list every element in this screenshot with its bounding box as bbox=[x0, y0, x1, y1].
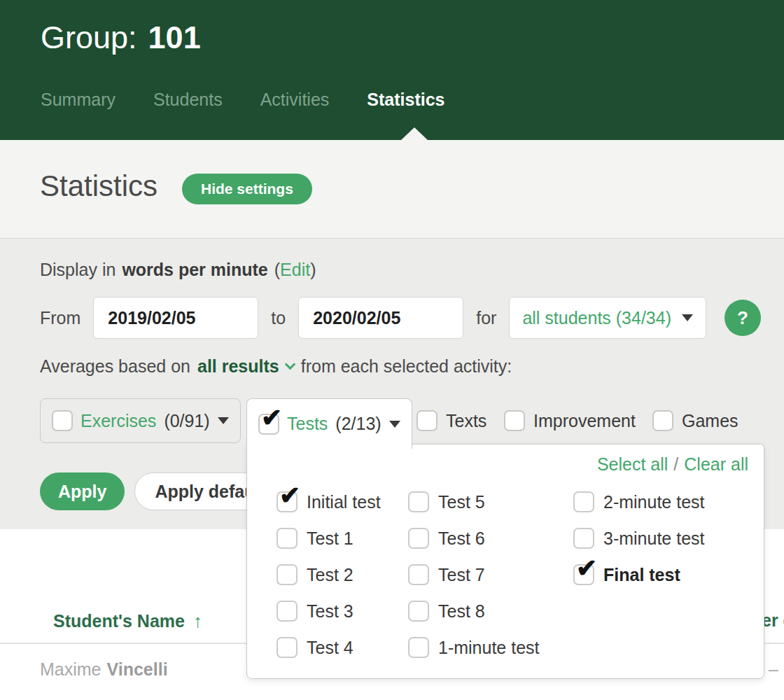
texts-label: Texts bbox=[446, 411, 486, 431]
test-7-checkbox[interactable] bbox=[408, 564, 429, 585]
test-6-checkbox[interactable] bbox=[408, 528, 429, 549]
test-option-initial-test[interactable]: ✔ Initial test bbox=[276, 484, 381, 520]
display-unit-value: words per minute bbox=[122, 260, 267, 280]
test-option-test-8[interactable]: Test 8 bbox=[408, 593, 540, 629]
student-first-name: Maxime bbox=[40, 659, 102, 680]
option-label: Test 7 bbox=[438, 565, 485, 585]
2-minute-test-checkbox[interactable] bbox=[573, 491, 594, 512]
clipped-row-value: – bbox=[769, 659, 778, 680]
tests-label: Tests bbox=[287, 414, 328, 434]
option-label: Test 4 bbox=[307, 638, 354, 658]
dropdown-links: Select all / Clear all bbox=[597, 454, 748, 475]
option-label: Test 3 bbox=[307, 601, 354, 622]
student-last-name: Vincelli bbox=[107, 659, 168, 680]
edit-link-group: ( Edit ) bbox=[274, 260, 316, 280]
activity-filter-row: Exercises (0/91) ✔ Tests (2/13) Texts Im… bbox=[40, 398, 784, 447]
improvement-checkbox[interactable] bbox=[504, 410, 525, 431]
averages-prefix: Averages based on bbox=[40, 356, 190, 377]
exercises-checkbox[interactable] bbox=[52, 410, 73, 431]
exercises-filter[interactable]: Exercises (0/91) bbox=[40, 398, 241, 443]
edit-unit-link[interactable]: Edit bbox=[280, 260, 310, 280]
from-label: From bbox=[40, 308, 80, 328]
test-option-test-2[interactable]: Test 2 bbox=[276, 556, 381, 593]
test-option-1-minute-test[interactable]: 1-minute test bbox=[408, 629, 540, 666]
checkmark-icon: ✔ bbox=[261, 405, 282, 430]
option-label: Initial test bbox=[307, 492, 381, 512]
test-8-checkbox[interactable] bbox=[408, 601, 429, 622]
page-title-prefix: Group: bbox=[41, 20, 137, 56]
group-number: 101 bbox=[148, 20, 201, 56]
dropdown-column-1: ✔ Initial test Test 1 Test 2 Test 3 Test… bbox=[276, 484, 381, 666]
option-label: 3-minute test bbox=[603, 528, 705, 549]
test-option-test-5[interactable]: Test 5 bbox=[408, 484, 540, 520]
group-header: Group: 101 Summary Students Activities S… bbox=[0, 0, 784, 140]
statistics-title: Statistics bbox=[40, 169, 158, 203]
tests-count: (2/13) bbox=[335, 414, 381, 434]
option-label: Test 8 bbox=[438, 601, 485, 622]
option-label: Test 5 bbox=[438, 492, 485, 512]
dropdown-column-2: Test 5 Test 6 Test 7 Test 8 1-minute tes… bbox=[408, 484, 540, 666]
option-label: 1-minute test bbox=[438, 638, 540, 658]
checkmark-icon: ✔ bbox=[576, 556, 597, 581]
for-label: for bbox=[476, 308, 496, 328]
test-option-test-4[interactable]: Test 4 bbox=[276, 629, 381, 666]
averages-suffix: from each selected activity: bbox=[301, 356, 512, 377]
active-tab-caret-icon bbox=[401, 127, 428, 140]
tab-activities[interactable]: Activities bbox=[260, 90, 330, 110]
chevron-down-icon bbox=[218, 417, 229, 424]
option-label: Test 1 bbox=[307, 528, 354, 549]
test-option-test-7[interactable]: Test 7 bbox=[408, 556, 540, 593]
test-option-2-minute-test[interactable]: 2-minute test bbox=[573, 484, 705, 520]
averages-selection[interactable]: all results bbox=[197, 356, 279, 377]
improvement-label: Improvement bbox=[533, 411, 636, 431]
select-all-link[interactable]: Select all bbox=[597, 454, 668, 475]
hide-settings-button[interactable]: Hide settings bbox=[182, 174, 312, 204]
statistics-bar: Statistics Hide settings bbox=[0, 140, 784, 238]
paren-close: ) bbox=[310, 260, 316, 280]
test-2-checkbox[interactable] bbox=[276, 564, 298, 585]
initial-test-checkbox[interactable]: ✔ bbox=[276, 491, 298, 512]
clipped-column-header: er c bbox=[762, 610, 784, 631]
tests-dropdown-panel: Select all / Clear all ✔ Initial test Te… bbox=[246, 444, 764, 679]
dropdown-column-3: 2-minute test 3-minute test ✔ Final test bbox=[573, 484, 705, 593]
texts-checkbox[interactable] bbox=[416, 410, 438, 431]
games-filter[interactable]: Games bbox=[652, 410, 738, 431]
test-option-test-3[interactable]: Test 3 bbox=[276, 593, 381, 629]
exercises-count: (0/91) bbox=[164, 411, 209, 431]
texts-filter[interactable]: Texts bbox=[416, 410, 486, 431]
games-checkbox[interactable] bbox=[652, 410, 673, 431]
final-test-checkbox[interactable]: ✔ bbox=[573, 564, 594, 585]
tab-students[interactable]: Students bbox=[153, 90, 223, 110]
test-5-checkbox[interactable] bbox=[408, 491, 429, 512]
chevron-down-icon bbox=[389, 421, 400, 428]
test-option-final-test[interactable]: ✔ Final test bbox=[573, 556, 705, 593]
option-label: Final test bbox=[603, 565, 680, 585]
tests-filter[interactable]: ✔ Tests (2/13) bbox=[246, 398, 412, 449]
from-date-input[interactable] bbox=[93, 297, 258, 339]
page-title: Group: 101 bbox=[41, 20, 201, 56]
3-minute-test-checkbox[interactable] bbox=[573, 528, 594, 549]
to-date-input[interactable] bbox=[298, 297, 463, 339]
test-1-checkbox[interactable] bbox=[276, 528, 298, 549]
test-option-test-6[interactable]: Test 6 bbox=[408, 520, 540, 556]
help-button[interactable]: ? bbox=[724, 300, 761, 336]
students-name-column-header[interactable]: Student's Name ↑ bbox=[53, 610, 202, 632]
sort-ascending-icon: ↑ bbox=[193, 610, 202, 632]
test-3-checkbox[interactable] bbox=[276, 601, 298, 622]
students-name-header-label: Student's Name bbox=[53, 611, 185, 631]
clear-all-link[interactable]: Clear all bbox=[684, 454, 748, 475]
tab-statistics[interactable]: Statistics bbox=[367, 90, 444, 110]
test-4-checkbox[interactable] bbox=[276, 637, 298, 658]
1-minute-test-checkbox[interactable] bbox=[408, 637, 429, 658]
apply-button[interactable]: Apply bbox=[40, 472, 125, 510]
improvement-filter[interactable]: Improvement bbox=[504, 410, 636, 431]
date-range-row: From to for all students (34/34) ? bbox=[40, 296, 761, 340]
students-select[interactable]: all students (34/34) bbox=[509, 297, 706, 339]
option-label: 2-minute test bbox=[603, 492, 705, 512]
option-label: Test 6 bbox=[438, 528, 485, 549]
tests-checkbox[interactable]: ✔ bbox=[258, 414, 279, 435]
tab-summary[interactable]: Summary bbox=[41, 90, 115, 110]
student-row[interactable]: Maxime Vincelli bbox=[40, 659, 168, 680]
test-option-3-minute-test[interactable]: 3-minute test bbox=[573, 520, 705, 556]
test-option-test-1[interactable]: Test 1 bbox=[276, 520, 381, 556]
